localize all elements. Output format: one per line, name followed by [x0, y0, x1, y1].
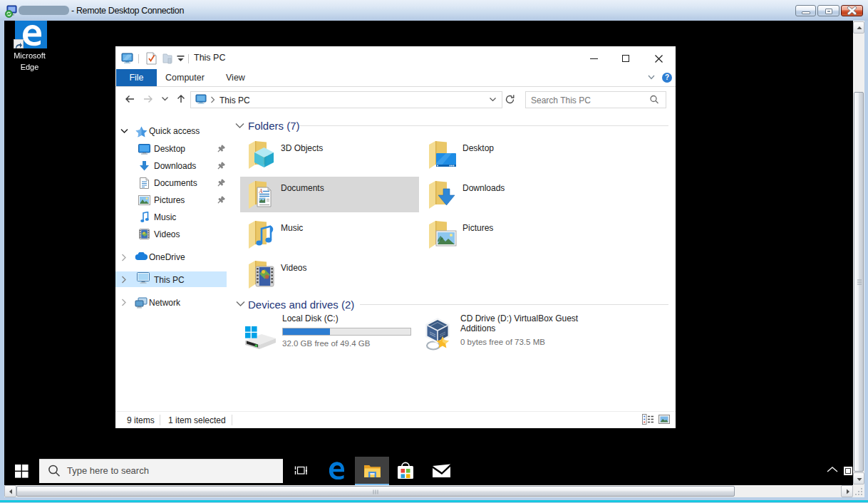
svg-text:A: A: [259, 188, 263, 195]
